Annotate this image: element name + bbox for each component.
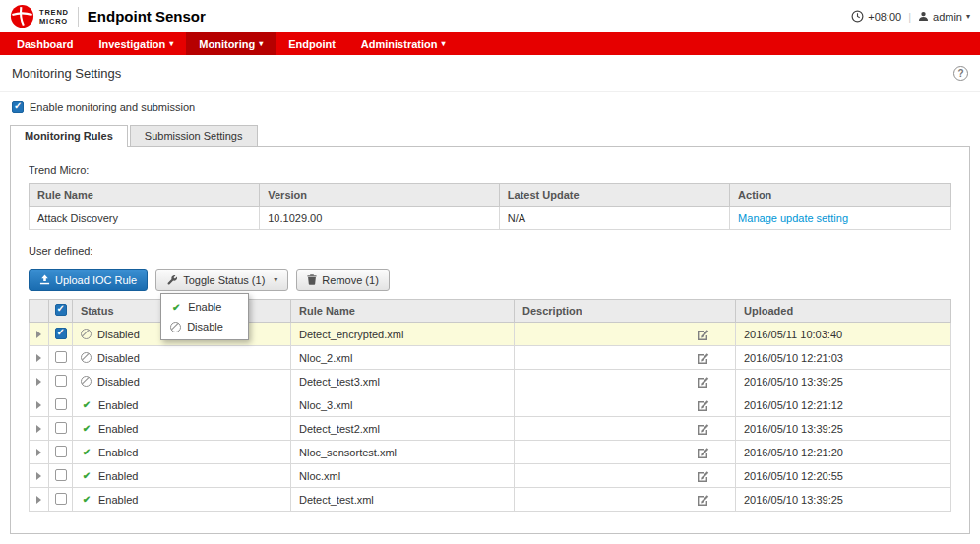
edit-icon[interactable]	[697, 398, 709, 411]
trash-icon	[307, 274, 317, 285]
trend-micro-section-label: Trend Micro:	[29, 164, 951, 176]
rule-name: Detect_test3.xml	[291, 370, 515, 393]
expand-row-icon[interactable]	[36, 496, 41, 504]
nav-item-administration[interactable]: Administration ▾	[348, 32, 459, 55]
toggle-status-wrap: Toggle Status (1) ▾ EnableDisable	[155, 269, 288, 291]
remove-button[interactable]: Remove (1)	[296, 269, 389, 291]
status-label: Enabled	[98, 447, 138, 458]
tab-monitoring-rules[interactable]: Monitoring Rules	[10, 125, 128, 147]
nav-item-monitoring[interactable]: Monitoring ▾	[186, 32, 276, 55]
select-all-checkbox[interactable]	[55, 304, 67, 316]
expand-column-header	[30, 300, 49, 323]
tab-submission-settings[interactable]: Submission Settings	[130, 125, 258, 146]
row-checkbox[interactable]	[55, 375, 67, 387]
enabled-icon	[81, 447, 92, 457]
brand-bottom-text: MICRO	[39, 17, 69, 26]
row-checkbox[interactable]	[55, 422, 67, 434]
main-nav: Dashboard Investigation ▾ Monitoring ▾ E…	[0, 32, 980, 55]
nav-item-label: Dashboard	[17, 38, 73, 50]
nav-item-label: Investigation	[98, 38, 165, 50]
disabled-icon	[81, 376, 92, 387]
edit-icon[interactable]	[697, 422, 709, 435]
toggle-status-dropdown: EnableDisable	[160, 293, 249, 340]
page-header: Monitoring Settings	[0, 55, 980, 92]
trend-rule-row: Attack Discovery 10.1029.00 N/A Manage u…	[30, 207, 951, 230]
enabled-icon	[81, 470, 92, 481]
rule-name: Nloc_2.xml	[291, 346, 515, 370]
column-header-latest-update: Latest Update	[499, 184, 729, 207]
rule-name: Nloc.xml	[291, 464, 515, 488]
rule-name: Detect_test2.xml	[291, 417, 515, 441]
row-checkbox[interactable]	[55, 493, 67, 505]
edit-icon[interactable]	[697, 493, 709, 506]
nav-item-endpoint[interactable]: Endpoint	[276, 32, 348, 55]
expand-row-icon[interactable]	[36, 472, 41, 480]
user-menu[interactable]: admin ▾	[918, 11, 970, 23]
timezone-indicator[interactable]: +08:00	[851, 10, 901, 23]
nav-item-dashboard[interactable]: Dashboard	[4, 32, 86, 55]
uploaded-timestamp: 2016/05/11 10:03:40	[736, 323, 951, 346]
upload-ioc-rule-button[interactable]: Upload IOC Rule	[29, 269, 148, 291]
status-label: Enabled	[98, 399, 138, 411]
rule-name: Nloc_sensortest.xml	[291, 441, 515, 464]
trend-micro-rules-table: Rule Name Version Latest Update Action A…	[29, 183, 951, 230]
remove-button-label: Remove (1)	[322, 274, 378, 286]
page-title: Monitoring Settings	[12, 66, 121, 81]
dropdown-item-label: Disable	[187, 321, 223, 332]
monitoring-rules-panel: Trend Micro: Rule Name Version Latest Up…	[10, 146, 970, 534]
edit-icon[interactable]	[697, 469, 709, 482]
manage-update-setting-link[interactable]: Manage update setting	[738, 212, 848, 224]
trend-rule-latest-update: N/A	[499, 207, 729, 230]
expand-row-icon[interactable]	[36, 401, 41, 409]
topbar-divider: |	[908, 11, 911, 23]
nav-item-investigation[interactable]: Investigation ▾	[86, 32, 186, 55]
trend-micro-logo-icon	[10, 4, 34, 29]
enable-monitoring-checkbox[interactable]	[12, 101, 24, 113]
expand-row-icon[interactable]	[36, 331, 41, 338]
rule-row: Disabled Nloc_2.xml 2	[30, 346, 951, 370]
row-checkbox[interactable]	[55, 446, 67, 457]
expand-row-icon[interactable]	[36, 425, 41, 433]
row-checkbox[interactable]	[55, 469, 67, 481]
tab-bar: Monitoring RulesSubmission Settings	[10, 125, 970, 146]
clock-icon	[851, 10, 864, 23]
timezone-label: +08:00	[868, 11, 901, 23]
disabled-icon	[81, 329, 92, 339]
status-label: Enabled	[98, 423, 138, 435]
expand-row-icon[interactable]	[36, 354, 41, 362]
dropdown-item-label: Enable	[188, 301, 221, 313]
enabled-icon	[81, 423, 92, 434]
toggle-status-label: Toggle Status (1)	[183, 274, 265, 286]
edit-icon[interactable]	[697, 446, 709, 458]
app-window: TREND MICRO Endpoint Sensor +08:00 |	[0, 0, 980, 544]
edit-icon[interactable]	[697, 351, 709, 364]
nav-item-label: Endpoint	[288, 38, 336, 50]
expand-row-icon[interactable]	[36, 449, 41, 456]
enabled-icon	[81, 399, 92, 410]
row-checkbox[interactable]	[55, 328, 67, 339]
dropdown-item-disable[interactable]: Disable	[161, 317, 248, 336]
uploaded-timestamp: 2016/05/10 13:39:25	[736, 370, 951, 393]
rule-row: Enabled Nloc_sensortest.xml	[30, 441, 951, 464]
row-checkbox[interactable]	[55, 351, 67, 363]
edit-icon[interactable]	[697, 375, 709, 388]
chevron-down-icon: ▾	[441, 39, 445, 48]
uploaded-timestamp: 2016/05/10 12:20:55	[736, 464, 951, 488]
user-icon	[918, 11, 929, 22]
row-checkbox[interactable]	[55, 398, 67, 410]
status-label: Enabled	[98, 470, 138, 482]
brand-top-text: TREND	[39, 8, 69, 17]
username-label: admin	[933, 11, 962, 23]
expand-row-icon[interactable]	[36, 378, 41, 386]
rules-toolbar: Upload IOC Rule Toggle Status (1) ▾ Enab…	[29, 269, 951, 291]
trend-rule-version: 10.1029.00	[260, 207, 500, 230]
select-all-column-header	[49, 300, 73, 323]
help-icon[interactable]	[953, 66, 968, 81]
column-header-description: Description	[515, 300, 736, 323]
edit-icon[interactable]	[697, 328, 709, 340]
toggle-status-button[interactable]: Toggle Status (1) ▾	[155, 269, 288, 291]
rule-name: Detect_encrypted.xml	[291, 323, 515, 346]
dropdown-item-enable[interactable]: Enable	[161, 297, 248, 317]
uploaded-timestamp: 2016/05/10 13:39:25	[736, 417, 951, 441]
brand-wordmark: TREND MICRO	[39, 8, 69, 26]
